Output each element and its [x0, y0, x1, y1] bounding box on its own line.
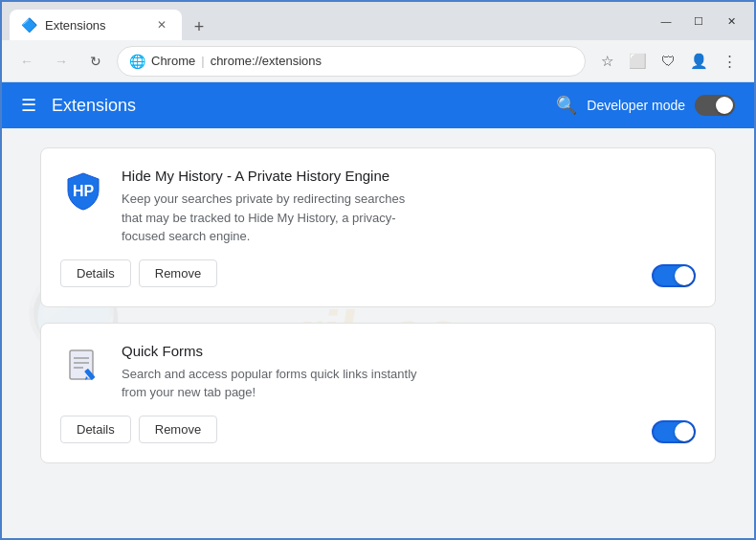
back-button[interactable]: ← — [13, 48, 40, 75]
extension-buttons-1: Details Remove — [60, 416, 217, 443]
site-name: Chrome — [151, 54, 195, 68]
hide-my-history-svg: HP — [62, 169, 104, 212]
extension-card-1: Quick Forms Search and access popular fo… — [40, 323, 716, 463]
tab-area: 🔷 Extensions ✕ + — [10, 2, 639, 40]
profile-icon[interactable]: 👤 — [685, 48, 712, 75]
toggle-large-knob-0 — [675, 266, 694, 285]
quick-forms-svg — [62, 345, 104, 387]
extension-buttons-0: Details Remove — [60, 259, 217, 287]
title-bar: 🔷 Extensions ✕ + — ☐ ✕ — [2, 2, 754, 40]
tab-title: Extensions — [45, 18, 106, 33]
extension-actions-1: Details Remove — [60, 416, 696, 443]
reload-button[interactable]: ↻ — [82, 48, 109, 75]
shield-icon[interactable]: 🛡 — [655, 48, 681, 75]
extensions-header: ☰ Extensions 🔍 Developer mode — [2, 82, 754, 128]
close-button[interactable]: ✕ — [716, 8, 746, 34]
tab-favicon: 🔷 — [21, 17, 37, 33]
developer-mode-toggle[interactable] — [695, 95, 735, 116]
remove-button-0[interactable]: Remove — [139, 259, 217, 287]
extension-desc-1: Search and access popular forms quick li… — [122, 365, 428, 402]
extension-icon-1 — [60, 343, 106, 389]
extension-actions-0: Details Remove — [60, 259, 696, 287]
extension-card-inner-1: Quick Forms Search and access popular fo… — [60, 343, 696, 402]
address-bar: ← → ↻ 🌐 Chrome | chrome://extensions ☆ ⬜… — [2, 40, 754, 82]
extension-icon-0: HP — [60, 168, 106, 214]
extension-info-0: Hide My History - A Private History Engi… — [122, 168, 696, 246]
url-display: chrome://extensions — [211, 54, 322, 68]
extension-name-1: Quick Forms — [122, 343, 696, 359]
extension-info-1: Quick Forms Search and access popular fo… — [122, 343, 696, 402]
forward-button[interactable]: → — [48, 48, 75, 75]
hamburger-menu[interactable]: ☰ — [21, 95, 36, 116]
search-extensions-button[interactable]: 🔍 — [556, 95, 577, 116]
menu-icon[interactable]: ⋮ — [716, 48, 743, 75]
new-tab-button[interactable]: + — [186, 13, 212, 40]
developer-mode-label: Developer mode — [587, 98, 685, 113]
active-tab[interactable]: 🔷 Extensions ✕ — [10, 10, 182, 40]
bookmark-icon[interactable]: ☆ — [593, 48, 620, 75]
toggle-large-knob-1 — [675, 422, 694, 441]
extension-toggle-1[interactable] — [652, 420, 696, 443]
remove-button-1[interactable]: Remove — [139, 416, 217, 443]
window-controls: — ☐ ✕ — [651, 8, 746, 34]
url-favicon: 🌐 — [129, 54, 145, 69]
toolbar-icons: ☆ ⬜ 🛡 👤 ⋮ — [593, 48, 743, 75]
extension-desc-0: Keep your searches private by redirectin… — [122, 190, 428, 246]
url-bar[interactable]: 🌐 Chrome | chrome://extensions — [117, 46, 586, 77]
minimize-button[interactable]: — — [651, 8, 681, 34]
extension-card-inner-0: HP Hide My History - A Private History E… — [60, 168, 696, 246]
maximize-button[interactable]: ☐ — [683, 8, 714, 34]
details-button-0[interactable]: Details — [60, 259, 131, 287]
extension-toggle-0[interactable] — [652, 264, 696, 287]
details-button-1[interactable]: Details — [60, 416, 131, 443]
browser-window: 🔷 Extensions ✕ + — ☐ ✕ ← → ↻ 🌐 Chrome | … — [0, 0, 756, 540]
extension-name-0: Hide My History - A Private History Engi… — [122, 168, 696, 184]
cast-icon[interactable]: ⬜ — [624, 48, 651, 75]
svg-text:HP: HP — [73, 183, 95, 199]
extensions-title: Extensions — [52, 96, 556, 116]
toggle-knob — [716, 97, 733, 114]
url-separator: | — [201, 54, 204, 68]
extension-card-0: HP Hide My History - A Private History E… — [40, 147, 716, 307]
developer-mode-area: 🔍 Developer mode — [556, 95, 735, 116]
extensions-content: 🔍 ril co HP Hide My History - A Private … — [2, 128, 754, 538]
tab-close-button[interactable]: ✕ — [153, 16, 170, 34]
